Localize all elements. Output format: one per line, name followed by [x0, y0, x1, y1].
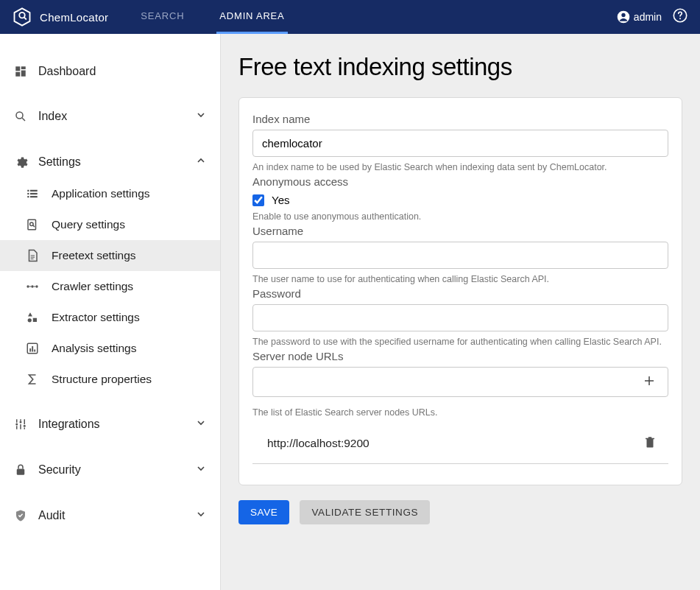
- anonymous-access-cb-label: Yes: [272, 194, 289, 206]
- server-node-url-input[interactable]: [255, 369, 637, 395]
- shield-check-icon: [13, 509, 28, 522]
- svg-point-27: [15, 424, 18, 426]
- chevron-down-icon: [195, 508, 207, 523]
- password-label: Password: [252, 287, 668, 300]
- svg-rect-10: [27, 190, 29, 192]
- brand-logo: [12, 7, 32, 27]
- sidebar-item-settings[interactable]: Settings: [0, 146, 220, 178]
- sidebar-sub-label: Extractor settings: [52, 311, 140, 324]
- sidebar-sub-label: Structure properties: [52, 373, 152, 386]
- sidebar-label: Settings: [38, 155, 81, 169]
- nav-tabs: SEARCH ADMIN AREA: [138, 0, 287, 34]
- sidebar-sub-label: Application settings: [52, 187, 150, 200]
- dashboard-icon: [13, 65, 28, 78]
- sidebar-item-index[interactable]: Index: [0, 100, 220, 133]
- delete-node-button[interactable]: [637, 432, 662, 454]
- sidebar-sub-crawler-settings[interactable]: Crawler settings: [0, 271, 220, 302]
- sidebar-sub-label: Crawler settings: [52, 280, 133, 293]
- add-node-button[interactable]: [637, 371, 662, 393]
- sidebar-sub-extractor-settings[interactable]: Extractor settings: [0, 302, 220, 333]
- svg-point-21: [28, 318, 32, 322]
- svg-point-19: [31, 285, 33, 287]
- anonymous-access-help: Enable to use anonymous authentication.: [252, 211, 668, 222]
- search-icon: [13, 110, 28, 123]
- sidebar-sub-application-settings[interactable]: Application settings: [0, 178, 220, 209]
- user-name: admin: [634, 11, 662, 23]
- svg-rect-30: [17, 469, 25, 475]
- svg-rect-16: [28, 220, 36, 230]
- svg-rect-7: [21, 71, 26, 77]
- sidebar-item-integrations[interactable]: Integrations: [0, 408, 220, 440]
- crawler-icon: [25, 283, 40, 290]
- index-name-input[interactable]: [252, 130, 668, 157]
- help-icon[interactable]: [672, 7, 688, 27]
- svg-rect-26: [34, 350, 35, 352]
- gear-icon: [13, 155, 28, 169]
- svg-point-2: [621, 13, 625, 17]
- chevron-up-icon: [195, 155, 207, 169]
- svg-rect-14: [27, 196, 29, 197]
- sidebar-label: Index: [38, 110, 67, 123]
- svg-rect-5: [15, 66, 20, 71]
- user-icon: [616, 10, 631, 24]
- sidebar-sub-query-settings[interactable]: Query settings: [0, 209, 220, 240]
- chevron-down-icon: [195, 417, 207, 432]
- anonymous-access-label: Anonymous access: [252, 175, 668, 188]
- plus-icon: [643, 374, 656, 387]
- server-node-urls-help: The list of Elastic Search server nodes …: [252, 407, 668, 418]
- svg-rect-15: [30, 196, 38, 197]
- svg-rect-6: [21, 66, 26, 69]
- sidebar-label: Audit: [38, 509, 65, 522]
- tune-icon: [13, 418, 28, 431]
- sidebar-sub-label: Analysis settings: [52, 342, 136, 355]
- sidebar-sub-analysis-settings[interactable]: Analysis settings: [0, 333, 220, 364]
- svg-rect-13: [30, 193, 38, 194]
- list-icon: [25, 187, 40, 200]
- svg-point-28: [20, 421, 22, 424]
- page-search-icon: [25, 218, 40, 231]
- password-help: The password to use with the specified u…: [252, 337, 668, 347]
- sidebar-label: Integrations: [38, 418, 100, 431]
- main-content: Free text indexing settings Index name A…: [221, 34, 700, 590]
- svg-point-0: [19, 13, 24, 18]
- svg-point-18: [26, 285, 29, 287]
- chevron-down-icon: [195, 463, 207, 477]
- page-title: Free text indexing settings: [238, 53, 682, 81]
- save-button[interactable]: SAVE: [238, 500, 289, 524]
- lock-icon: [13, 463, 28, 477]
- user-menu[interactable]: admin: [616, 10, 662, 24]
- validate-settings-button[interactable]: VALIDATE SETTINGS: [300, 500, 430, 524]
- svg-rect-25: [32, 346, 33, 352]
- sidebar-item-dashboard[interactable]: Dashboard: [0, 56, 220, 87]
- svg-rect-8: [15, 72, 20, 77]
- index-name-help: An index name to be used by Elastic Sear…: [252, 162, 668, 172]
- brand-name: ChemLocator: [40, 11, 108, 24]
- chevron-down-icon: [195, 109, 207, 124]
- app-header: ChemLocator SEARCH ADMIN AREA admin: [0, 0, 700, 34]
- sidebar-item-security[interactable]: Security: [0, 454, 220, 486]
- server-node-input-row: [252, 367, 668, 397]
- server-node-url-value: http://localhost:9200: [267, 437, 370, 450]
- sidebar-sub-freetext-settings[interactable]: Freetext settings: [0, 240, 220, 271]
- username-input[interactable]: [252, 242, 668, 269]
- sidebar-label: Dashboard: [38, 65, 96, 78]
- svg-rect-11: [30, 190, 38, 192]
- tab-admin-area[interactable]: ADMIN AREA: [216, 0, 287, 34]
- trash-icon: [643, 435, 657, 449]
- sidebar: Dashboard Index Settings Applicati: [0, 34, 221, 590]
- svg-point-9: [16, 112, 23, 119]
- svg-point-4: [679, 18, 681, 19]
- svg-point-17: [30, 222, 34, 226]
- svg-rect-24: [29, 348, 31, 352]
- server-node-urls-label: Server node URLs: [252, 350, 668, 362]
- svg-rect-22: [33, 318, 37, 322]
- svg-point-20: [35, 285, 38, 287]
- document-icon: [25, 249, 40, 262]
- username-help: The user name to use for authenticating …: [252, 274, 668, 284]
- anonymous-access-checkbox[interactable]: [252, 194, 264, 206]
- password-input[interactable]: [252, 304, 668, 331]
- svg-point-29: [24, 425, 26, 427]
- sidebar-item-audit[interactable]: Audit: [0, 499, 220, 532]
- tab-search[interactable]: SEARCH: [138, 0, 187, 34]
- sidebar-sub-structure-properties[interactable]: Structure properties: [0, 364, 220, 395]
